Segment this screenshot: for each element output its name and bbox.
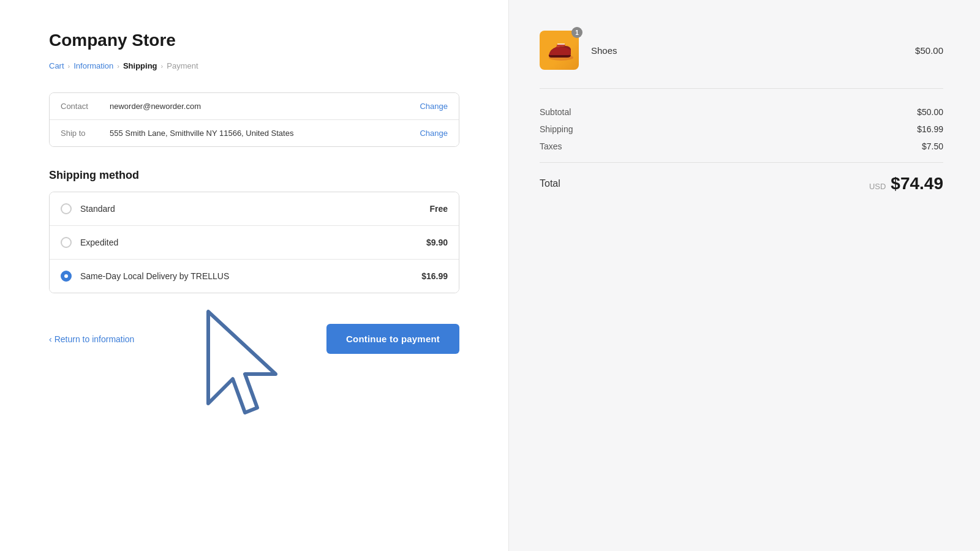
breadcrumb-shipping: Shipping (123, 61, 157, 70)
product-image-wrap: 1 (540, 31, 579, 70)
product-price: $50.00 (915, 45, 943, 56)
shipto-value: 555 Smith Lane, Smithville NY 11566, Uni… (110, 129, 420, 138)
shipping-value: $16.99 (917, 124, 943, 134)
store-title: Company Store (49, 31, 459, 50)
option-label-standard: Standard (80, 204, 429, 214)
radio-standard[interactable] (61, 203, 72, 214)
radio-sameday[interactable] (61, 271, 72, 282)
right-panel: 1 Shoes $50.00 Subtotal $50.00 Shipping … (508, 0, 980, 551)
shipping-option-expedited[interactable]: Expedited $9.90 (50, 225, 459, 259)
total-amount-wrap: USD $74.49 (869, 174, 943, 193)
taxes-row: Taxes $7.50 (540, 141, 943, 151)
summary-divider (540, 162, 943, 163)
product-badge: 1 (571, 27, 582, 38)
shipto-label: Ship to (61, 129, 110, 138)
chevron-icon-3: › (161, 62, 164, 70)
shipto-row: Ship to 555 Smith Lane, Smithville NY 11… (50, 119, 459, 146)
option-label-expedited: Expedited (80, 238, 426, 247)
product-row: 1 Shoes $50.00 (540, 31, 943, 89)
shipping-options-box: Standard Free Expedited $9.90 Same-Day L… (49, 192, 459, 293)
total-currency: USD (869, 182, 886, 191)
return-link-label: Return to information (55, 334, 135, 344)
contact-value: neworder@neworder.com (110, 102, 420, 111)
left-panel: Company Store Cart › Information › Shipp… (0, 0, 508, 551)
option-price-sameday: $16.99 (421, 271, 448, 281)
option-price-standard: Free (429, 204, 448, 214)
chevron-icon-1: › (68, 62, 70, 70)
contact-change-link[interactable]: Change (420, 102, 448, 111)
total-row: Total USD $74.49 (540, 174, 943, 193)
subtotal-value: $50.00 (917, 107, 943, 117)
breadcrumb-payment: Payment (167, 61, 198, 70)
total-amount: $74.49 (891, 174, 943, 193)
shipping-section-title: Shipping method (49, 169, 459, 182)
subtotal-row: Subtotal $50.00 (540, 107, 943, 117)
subtotal-label: Subtotal (540, 107, 571, 117)
chevron-icon-2: › (117, 62, 119, 70)
shipping-option-standard[interactable]: Standard Free (50, 192, 459, 225)
chevron-left-icon: ‹ (49, 334, 52, 344)
total-label: Total (540, 178, 560, 189)
svg-marker-0 (208, 312, 276, 413)
breadcrumb-cart[interactable]: Cart (49, 61, 64, 70)
contact-label: Contact (61, 102, 110, 111)
shipto-change-link[interactable]: Change (420, 129, 448, 138)
shipping-option-sameday[interactable]: Same-Day Local Delivery by TRELLUS $16.9… (50, 259, 459, 293)
info-box: Contact neworder@neworder.com Change Shi… (49, 92, 459, 147)
return-link[interactable]: ‹ Return to information (49, 334, 134, 344)
shipping-row: Shipping $16.99 (540, 124, 943, 134)
option-price-expedited: $9.90 (426, 238, 448, 247)
contact-row: Contact neworder@neworder.com Change (50, 93, 459, 119)
radio-expedited[interactable] (61, 237, 72, 248)
taxes-label: Taxes (540, 141, 562, 151)
product-name: Shoes (591, 45, 915, 56)
taxes-value: $7.50 (922, 141, 943, 151)
breadcrumb-information[interactable]: Information (74, 61, 113, 70)
shipping-label: Shipping (540, 124, 573, 134)
breadcrumb: Cart › Information › Shipping › Payment (49, 61, 459, 70)
continue-to-payment-button[interactable]: Continue to payment (326, 324, 459, 354)
cursor-arrow (196, 305, 294, 430)
option-label-sameday: Same-Day Local Delivery by TRELLUS (80, 271, 421, 281)
form-footer: ‹ Return to information Continue to paym… (49, 324, 459, 354)
